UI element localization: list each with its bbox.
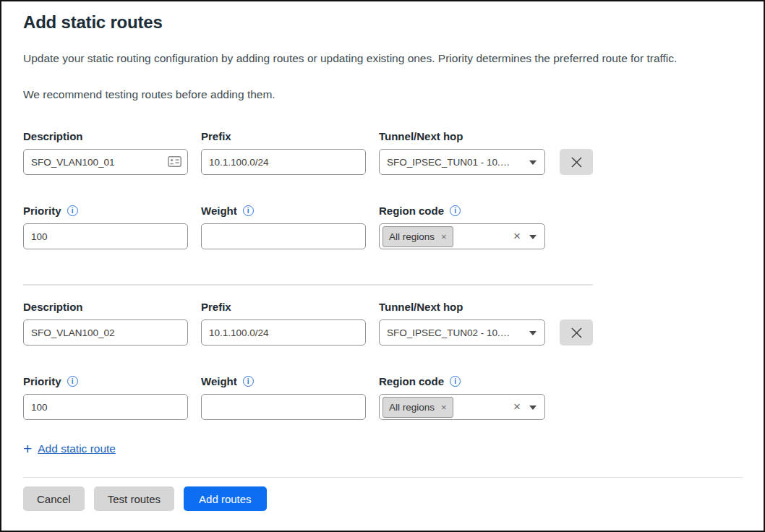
info-icon[interactable]: i [450, 376, 461, 387]
weight-input[interactable] [201, 223, 366, 249]
weight-label: Weight i [201, 204, 366, 218]
region-multiselect[interactable]: All regions × × [379, 394, 545, 420]
description-input[interactable] [23, 319, 188, 346]
footer-buttons: Cancel Test routes Add routes [1, 477, 764, 511]
prefix-label: Prefix [201, 129, 366, 143]
dialog-note: We recommend testing routes before addin… [23, 87, 742, 102]
page-title: Add static routes [23, 12, 742, 33]
priority-input[interactable] [23, 394, 188, 420]
add-routes-button[interactable]: Add routes [184, 486, 267, 511]
route-1-prefix-field: Prefix [201, 129, 366, 175]
remove-route-button[interactable] [560, 149, 593, 175]
chip-remove-icon[interactable]: × [441, 403, 447, 412]
route-2-tunnel-field: Tunnel/Next hop SFO_IPSEC_TUN02 - 10.25.… [379, 300, 545, 346]
add-static-route-link[interactable]: + Add static route [23, 442, 742, 456]
route-2-description-field: Description [23, 300, 188, 346]
route-2-priority-field: Priority i [23, 374, 188, 420]
plus-icon: + [23, 442, 32, 456]
close-icon [570, 327, 583, 339]
region-multiselect[interactable]: All regions × × [379, 223, 545, 249]
priority-label: Priority i [23, 374, 188, 388]
region-label: Region code i [379, 204, 545, 218]
test-routes-button[interactable]: Test routes [94, 486, 174, 511]
clear-selection-icon[interactable]: × [513, 400, 521, 414]
cancel-button[interactable]: Cancel [23, 486, 85, 511]
weight-input[interactable] [201, 394, 366, 420]
weight-label: Weight i [201, 374, 366, 388]
priority-input[interactable] [23, 223, 188, 249]
info-icon[interactable]: i [450, 205, 461, 216]
route-1-tunnel-field: Tunnel/Next hop SFO_IPSEC_TUN01 - 10.25.… [379, 129, 545, 175]
route-1-row-a: Description Prefix [23, 129, 742, 175]
route-2-row-b: Priority i Weight i Region code i [23, 374, 742, 420]
close-icon [570, 156, 583, 168]
tunnel-label: Tunnel/Next hop [379, 129, 545, 143]
description-input[interactable] [23, 149, 188, 175]
info-icon[interactable]: i [67, 205, 78, 216]
description-input-wrap [23, 149, 188, 175]
remove-route-button[interactable] [560, 319, 593, 346]
autofill-contact-card-icon[interactable] [168, 156, 181, 170]
tunnel-select[interactable]: SFO_IPSEC_TUN02 - 10.25... [379, 319, 545, 346]
region-label: Region code i [379, 374, 545, 388]
tunnel-label: Tunnel/Next hop [379, 300, 545, 314]
route-2-region-field: Region code i All regions × × [379, 374, 545, 420]
footer-divider [23, 477, 743, 478]
route-1-region-field: Region code i All regions × × [379, 204, 545, 249]
dialog-footer: Cancel Test routes Add routes [1, 477, 764, 531]
add-static-route-label: Add static route [38, 442, 116, 455]
region-chip: All regions × [382, 226, 453, 247]
prefix-label: Prefix [201, 300, 366, 314]
tunnel-select[interactable]: SFO_IPSEC_TUN01 - 10.25... [379, 149, 545, 175]
chevron-down-icon [529, 406, 537, 410]
prefix-input[interactable] [201, 319, 366, 346]
route-2-row-a: Description Prefix Tunnel/Next hop SFO_I… [23, 300, 742, 346]
chevron-down-icon [529, 235, 537, 239]
tunnel-selected-value: SFO_IPSEC_TUN02 - 10.25... [387, 327, 511, 338]
route-1-weight-field: Weight i [201, 204, 366, 249]
priority-label: Priority i [23, 204, 188, 218]
tunnel-selected-value: SFO_IPSEC_TUN01 - 10.25... [387, 157, 511, 168]
route-1-row-b: Priority i Weight i Region code i [23, 204, 742, 249]
info-icon[interactable]: i [67, 376, 78, 387]
clear-selection-icon[interactable]: × [513, 229, 521, 244]
prefix-input[interactable] [201, 149, 366, 175]
region-chip-label: All regions [389, 402, 435, 413]
route-2-prefix-field: Prefix [201, 300, 366, 346]
add-static-routes-dialog: Add static routes Update your static rou… [0, 0, 765, 532]
chevron-down-icon [529, 160, 537, 165]
route-2-weight-field: Weight i [201, 374, 366, 420]
description-label: Description [23, 300, 188, 314]
dialog-description: Update your static routing configuration… [23, 51, 742, 66]
info-icon[interactable]: i [243, 205, 254, 216]
region-chip-label: All regions [389, 231, 435, 242]
route-1-description-field: Description [23, 129, 188, 175]
region-chip: All regions × [382, 397, 453, 418]
description-label: Description [23, 129, 188, 143]
route-divider [23, 284, 593, 286]
route-1-priority-field: Priority i [23, 204, 188, 249]
chevron-down-icon [529, 331, 537, 335]
info-icon[interactable]: i [243, 376, 254, 387]
chip-remove-icon[interactable]: × [441, 232, 447, 241]
